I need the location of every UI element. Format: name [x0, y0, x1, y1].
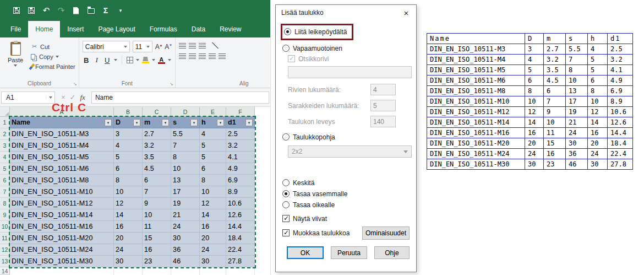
sheet-cell[interactable]: 9: [143, 198, 171, 209]
confirm-entry-icon[interactable]: ✓: [70, 93, 76, 101]
sheet-header-cell[interactable]: Name▾: [10, 117, 114, 128]
sheet-cell[interactable]: 10: [200, 186, 226, 198]
column-header-D[interactable]: D: [171, 107, 200, 117]
tab-file[interactable]: File: [3, 21, 28, 37]
sheet-cell[interactable]: 3: [114, 128, 143, 140]
sheet-cell[interactable]: 8: [171, 152, 200, 163]
cut-button[interactable]: ✂ Cut: [31, 43, 75, 50]
name-box-dropdown[interactable]: [46, 96, 52, 99]
sheet-cell[interactable]: 14: [114, 209, 143, 221]
sheet-cell[interactable]: 19: [171, 198, 200, 209]
align-middle-icon[interactable]: [189, 43, 196, 48]
sheet-cell[interactable]: 8: [200, 175, 226, 186]
sheet-cell[interactable]: 46: [171, 256, 200, 267]
sheet-cell[interactable]: 14: [200, 209, 226, 221]
sheet-header-cell[interactable]: h▾: [200, 117, 226, 128]
sheet-cell[interactable]: DIN_EN_ISO_10511-M14: [10, 209, 114, 221]
tab-page-layout[interactable]: Page Layout: [91, 21, 142, 37]
sheet-cell[interactable]: 15: [143, 233, 171, 244]
sheet-header-cell[interactable]: D▾: [114, 117, 143, 128]
orientation-icon[interactable]: [212, 42, 219, 48]
row-number[interactable]: 3: [0, 140, 10, 152]
sheet-cell[interactable]: [114, 267, 143, 275]
sheet-cell[interactable]: 24: [200, 244, 226, 256]
sheet-header-cell[interactable]: s▾: [171, 117, 200, 128]
sheet-cell[interactable]: 4.1: [226, 152, 255, 163]
properties-button[interactable]: Ominaisuudet: [362, 227, 410, 240]
checkbox-checked-icon[interactable]: [282, 229, 290, 236]
sheet-cell[interactable]: 4: [200, 128, 226, 140]
sheet-cell[interactable]: 3.5: [143, 152, 171, 163]
sheet-cell[interactable]: 8.9: [226, 186, 255, 198]
tab-insert[interactable]: Insert: [60, 21, 91, 37]
sheet-cell[interactable]: 4.5: [143, 163, 171, 175]
sheet-cell[interactable]: 30: [114, 256, 143, 267]
sheet-cell[interactable]: 10.6: [226, 198, 255, 209]
sheet-cell[interactable]: 11: [143, 221, 171, 233]
sheet-cell[interactable]: 5.5: [171, 128, 200, 140]
sheet-cell[interactable]: 14.4: [226, 221, 255, 233]
sheet-cell[interactable]: [226, 267, 255, 275]
sheet-cell[interactable]: 18.4: [226, 233, 255, 244]
radio-selected-icon[interactable]: [282, 190, 290, 197]
undo-button[interactable]: ↶: [42, 6, 51, 15]
sheet-cell[interactable]: 20: [114, 233, 143, 244]
radio-icon[interactable]: [282, 133, 290, 141]
checkbox-checked-icon[interactable]: [282, 215, 290, 222]
font-name-select[interactable]: Calibri: [83, 41, 130, 52]
row-number[interactable]: 5: [0, 163, 10, 175]
filter-button[interactable]: ▾: [105, 119, 112, 126]
row-number[interactable]: 6: [0, 175, 10, 186]
sheet-cell[interactable]: 23: [143, 256, 171, 267]
align-left-icon[interactable]: [179, 53, 186, 59]
sheet-header-cell[interactable]: d1▾: [226, 117, 255, 128]
bold-button[interactable]: B: [83, 56, 90, 64]
align-top-icon[interactable]: [179, 43, 186, 48]
copy-button[interactable]: Copy: [31, 53, 75, 60]
cancel-entry-icon[interactable]: ×: [61, 93, 66, 101]
redo-button[interactable]: ↷: [57, 6, 66, 15]
sheet-cell[interactable]: 4.9: [226, 163, 255, 175]
radio-template[interactable]: Taulukkopohja: [282, 132, 410, 142]
filter-button[interactable]: ▾: [162, 119, 169, 126]
radio-icon[interactable]: [282, 179, 290, 186]
filter-button[interactable]: ▾: [190, 119, 198, 126]
sheet-cell[interactable]: DIN_EN_ISO_10511-M20: [10, 233, 114, 244]
fill-color-button[interactable]: [142, 57, 149, 63]
borders-button[interactable]: [127, 57, 133, 63]
save-button[interactable]: [12, 6, 21, 15]
increase-indent-icon[interactable]: [219, 53, 226, 59]
help-button[interactable]: Ohje: [374, 246, 410, 259]
tab-home[interactable]: Home: [28, 21, 60, 37]
open-button[interactable]: [86, 6, 95, 15]
autosum-button[interactable]: Σ: [101, 6, 110, 15]
sheet-cell[interactable]: 3.2: [226, 140, 255, 152]
sheet-cell[interactable]: DIN_EN_ISO_10511-M6: [10, 163, 114, 175]
tab-review[interactable]: Review: [212, 21, 248, 37]
sheet-cell[interactable]: DIN_EN_ISO_10511-M8: [10, 175, 114, 186]
tab-formulas[interactable]: Formulas: [143, 21, 184, 37]
filter-button[interactable]: ▾: [245, 119, 253, 126]
qat-customize-button[interactable]: ▾: [116, 6, 125, 15]
sheet-cell[interactable]: 22.4: [226, 244, 255, 256]
formula-bar[interactable]: Name: [91, 91, 269, 104]
sheet-cell[interactable]: 36: [171, 244, 200, 256]
sheet-cell[interactable]: 24: [114, 244, 143, 256]
column-header-F[interactable]: F: [226, 107, 255, 117]
sheet-header-cell[interactable]: m▾: [143, 117, 171, 128]
sheet-cell[interactable]: 16: [114, 221, 143, 233]
sheet-cell[interactable]: 5: [200, 152, 226, 163]
sheet-cell[interactable]: 20: [200, 233, 226, 244]
decrease-indent-icon[interactable]: [209, 53, 216, 59]
format-painter-button[interactable]: Format Painter: [31, 63, 75, 70]
sheet-cell[interactable]: 7: [171, 140, 200, 152]
checkbox-show-lines[interactable]: Näytä viivat: [282, 213, 410, 224]
sheet-cell[interactable]: 6: [200, 163, 226, 175]
sheet-cell[interactable]: [10, 267, 114, 275]
italic-button[interactable]: I: [93, 56, 101, 64]
sheet-cell[interactable]: 2.7: [143, 128, 171, 140]
sheet-cell[interactable]: DIN_EN_ISO_10511-M16: [10, 221, 114, 233]
save-all-button[interactable]: [27, 6, 36, 15]
sheet-cell[interactable]: 24: [171, 221, 200, 233]
sheet-cell[interactable]: DIN_EN_ISO_10511-M4: [10, 140, 114, 152]
